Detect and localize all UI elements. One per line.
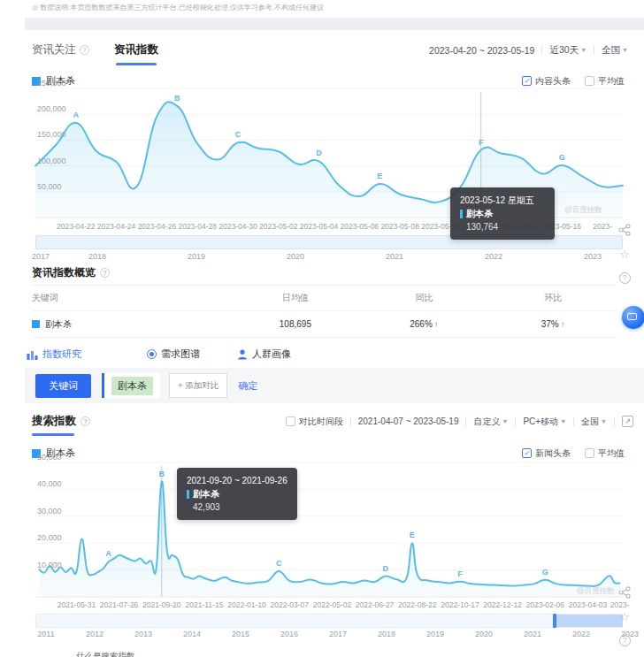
- col-keyword: 关键词: [32, 292, 231, 304]
- info-icon[interactable]: ?: [80, 45, 89, 55]
- tooltip-date: 2023-05-12 星期五: [460, 194, 545, 207]
- x-axis-label: 2022-12-12: [483, 600, 521, 609]
- help-icon[interactable]: ?: [617, 271, 632, 285]
- tooltip-value: 130,764: [466, 220, 545, 233]
- mom-cell: 37%↑: [488, 319, 617, 329]
- star-icon[interactable]: ☆: [617, 247, 632, 261]
- device-select[interactable]: PC+移动 ▼: [523, 416, 566, 428]
- chart-watermark: @百度指数: [577, 586, 615, 597]
- share-icon[interactable]: [617, 585, 632, 600]
- timeline-year-label: 2020: [287, 252, 304, 261]
- share-icon[interactable]: [617, 223, 632, 237]
- chart-tooltip: 2021-09-20 ~ 2021-09-26 剧本杀 42,903: [177, 468, 297, 520]
- keyword-button[interactable]: 关键词: [35, 374, 91, 398]
- peak-marker-A: A: [73, 111, 80, 119]
- region-select[interactable]: 全国 ▼: [581, 416, 607, 428]
- y-axis-label: 200,000: [37, 104, 66, 113]
- y-axis-label: 50,000: [37, 182, 62, 191]
- keyword-color-swatch: [32, 320, 40, 328]
- brush-handle[interactable]: [553, 614, 556, 628]
- x-axis-label: 2023-02-06: [526, 600, 564, 609]
- divider: [573, 417, 574, 426]
- help-icon[interactable]: ?: [617, 633, 632, 647]
- x-axis-label: 2023-04-24: [97, 222, 135, 231]
- nav-tab-index-research[interactable]: 指数研究: [27, 348, 81, 361]
- peak-marker-B: B: [174, 94, 180, 103]
- export-icon[interactable]: ↗: [622, 416, 633, 427]
- y-axis-label: 50,000: [37, 453, 62, 462]
- keyword-tag[interactable]: 剧本杀: [111, 377, 153, 395]
- x-axis-label: 2021-11-15: [186, 600, 224, 609]
- nav-tab-demand-graph[interactable]: 需求图谱: [147, 348, 200, 361]
- peak-marker-C: C: [276, 559, 282, 568]
- region-value: 全国: [581, 416, 599, 428]
- news-index-trend-chart[interactable]: 2023-05-12 星期五 剧本杀 130,764 ABCDEFG50,000…: [35, 88, 623, 218]
- timeline-year-label: 2018: [88, 252, 106, 261]
- search-index-title-text: 搜索指数: [32, 414, 76, 429]
- time-range-select[interactable]: 近30天 ▼: [549, 44, 586, 57]
- tooltip-series-swatch: [187, 490, 189, 499]
- chevron-down-icon: ▼: [580, 47, 586, 53]
- chart-action-rail: ☆ ?: [617, 585, 632, 647]
- y-axis-label: 250,000: [37, 79, 66, 88]
- star-icon[interactable]: ☆: [617, 609, 632, 623]
- chevron-down-icon: ▼: [560, 418, 566, 424]
- check-icon: ✓: [524, 449, 530, 457]
- tab-news-index[interactable]: 资讯指数: [114, 42, 158, 57]
- add-compare-button[interactable]: + 添加对比: [169, 373, 227, 398]
- peak-marker-C: C: [235, 130, 242, 139]
- person-icon: [237, 349, 248, 360]
- up-arrow-icon: ↑: [434, 319, 439, 329]
- custom-range-value: 自定义: [473, 416, 500, 428]
- timeline-year-label: 2019: [426, 630, 444, 638]
- region-value: 全国: [602, 44, 620, 57]
- timeline-year-label: 2022: [485, 252, 502, 261]
- compare-period-checkbox[interactable]: 对比时间段: [286, 416, 343, 428]
- x-axis-label: 2022-10-17: [441, 600, 479, 609]
- bar-chart-icon: [27, 349, 38, 360]
- custom-range-select[interactable]: 自定义 ▼: [473, 416, 508, 428]
- x-axis-label: 2023-05-06: [341, 222, 379, 231]
- peak-marker-F: F: [457, 569, 463, 578]
- chevron-down-icon: ▼: [502, 418, 508, 424]
- news-index-header: 资讯关注 ? 资讯指数 2023-04-20 ~ 2023-05-19 近30天…: [32, 42, 628, 57]
- average-checkbox[interactable]: 平均值: [585, 447, 625, 460]
- peak-marker-D: D: [382, 564, 388, 573]
- info-icon[interactable]: ?: [100, 268, 110, 278]
- device-value: PC+移动: [523, 416, 558, 428]
- y-axis-label: 40,000: [37, 479, 62, 488]
- yoy-cell: 266%↑: [360, 319, 489, 329]
- region-select[interactable]: 全国 ▼: [602, 44, 628, 57]
- daily-avg-cell: 108,695: [231, 319, 360, 329]
- x-axis-label: 2023-05-08: [380, 222, 418, 231]
- divider: [614, 417, 615, 426]
- brush-selected-range[interactable]: [556, 615, 623, 627]
- divider: [541, 46, 542, 55]
- keyword-input[interactable]: 剧本杀: [102, 373, 160, 398]
- up-arrow-icon: ↑: [561, 319, 565, 329]
- service-float-button[interactable]: [622, 306, 644, 329]
- y-axis-label: 30,000: [37, 507, 62, 516]
- news-toutiao-checkbox[interactable]: ✓ 新闻头条: [522, 447, 571, 460]
- tab-news-attention-label: 资讯关注: [32, 42, 76, 57]
- search-index-range-brush[interactable]: [35, 614, 623, 628]
- x-axis-label: 2023-04-26: [138, 222, 176, 231]
- x-axis-label: 2021-05-31: [58, 600, 96, 609]
- content-toutiao-checkbox[interactable]: ✓ 内容头条: [522, 75, 571, 88]
- checkbox-label: 平均值: [598, 75, 625, 88]
- checkbox-label: 平均值: [598, 447, 625, 460]
- timeline-year-label: 2017: [32, 252, 50, 261]
- tab-news-attention[interactable]: 资讯关注 ?: [32, 42, 89, 57]
- timeline-year-label: 2022: [572, 630, 590, 638]
- divider: [515, 417, 516, 426]
- x-axis-label: 2023-04-28: [178, 222, 216, 231]
- x-axis-label: 2022-01-10: [227, 600, 265, 609]
- tooltip-series-name: 剧本杀: [193, 487, 219, 500]
- nav-tab-persona[interactable]: 人群画像: [237, 348, 291, 361]
- search-index-trend-chart[interactable]: 2021-09-20 ~ 2021-09-26 剧本杀 42,903 ABCDE…: [35, 462, 623, 597]
- x-axis-label: 2023-04-30: [218, 222, 257, 231]
- confirm-button[interactable]: 确定: [238, 379, 257, 393]
- x-axis-label: 2022-08-22: [398, 600, 436, 609]
- info-icon[interactable]: ?: [80, 416, 90, 426]
- average-checkbox[interactable]: 平均值: [585, 75, 625, 88]
